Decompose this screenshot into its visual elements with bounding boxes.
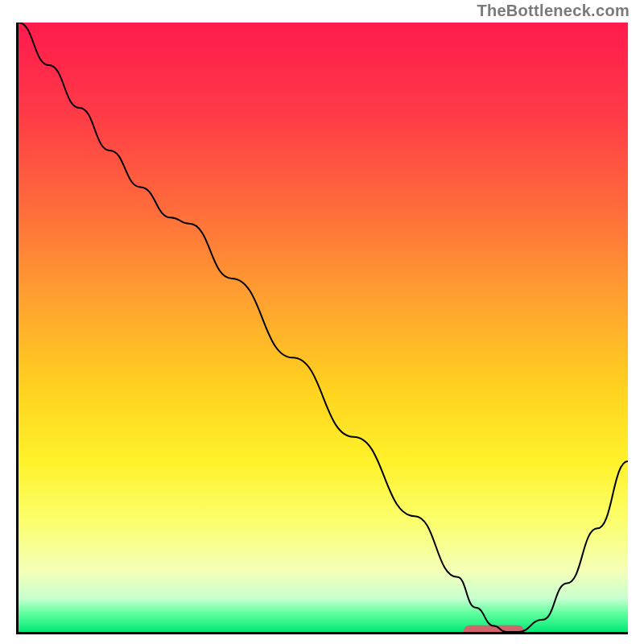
chart-background [19, 23, 628, 632]
plot-area [16, 23, 628, 634]
chart-svg [19, 23, 628, 632]
attribution-text: TheBottleneck.com [477, 2, 630, 20]
